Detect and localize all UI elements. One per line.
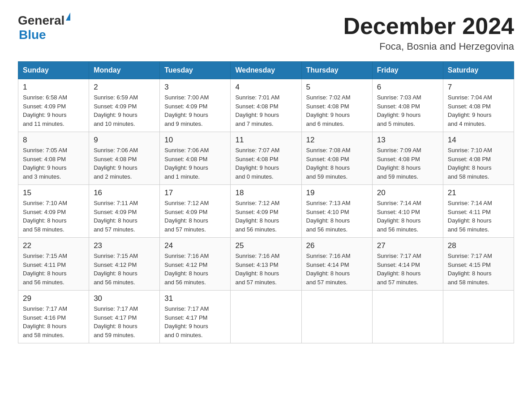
calendar-cell: 30 Sunrise: 7:17 AM Sunset: 4:17 PM Dayl… (89, 291, 160, 343)
calendar-cell: 21 Sunrise: 7:14 AM Sunset: 4:11 PM Dayl… (443, 185, 514, 238)
calendar-week-row: 29 Sunrise: 7:17 AM Sunset: 4:16 PM Dayl… (18, 291, 514, 343)
day-number: 20 (377, 188, 438, 197)
day-info: Sunrise: 7:15 AM Sunset: 4:12 PM Dayligh… (94, 252, 155, 287)
day-number: 16 (94, 188, 155, 197)
day-info: Sunrise: 7:01 AM Sunset: 4:08 PM Dayligh… (235, 93, 296, 128)
day-info: Sunrise: 7:07 AM Sunset: 4:08 PM Dayligh… (235, 146, 296, 181)
calendar-cell: 19 Sunrise: 7:13 AM Sunset: 4:10 PM Dayl… (301, 185, 372, 238)
day-number: 31 (164, 294, 226, 303)
day-info: Sunrise: 6:59 AM Sunset: 4:09 PM Dayligh… (94, 93, 155, 128)
calendar-cell (231, 291, 301, 343)
day-number: 6 (377, 83, 438, 92)
day-info: Sunrise: 7:17 AM Sunset: 4:17 PM Dayligh… (164, 304, 226, 339)
calendar-cell: 20 Sunrise: 7:14 AM Sunset: 4:10 PM Dayl… (372, 185, 443, 238)
calendar-table: SundayMondayTuesdayWednesdayThursdayFrid… (18, 61, 514, 343)
day-number: 24 (164, 241, 226, 250)
day-info: Sunrise: 7:02 AM Sunset: 4:08 PM Dayligh… (306, 93, 368, 128)
day-number: 7 (448, 83, 509, 92)
calendar-cell: 22 Sunrise: 7:15 AM Sunset: 4:11 PM Dayl… (18, 238, 89, 291)
calendar-cell: 24 Sunrise: 7:16 AM Sunset: 4:12 PM Dayl… (160, 238, 231, 291)
location-title: Foca, Bosnia and Herzegovina (343, 41, 514, 52)
calendar-cell: 29 Sunrise: 7:17 AM Sunset: 4:16 PM Dayl… (18, 291, 89, 343)
day-info: Sunrise: 7:06 AM Sunset: 4:08 PM Dayligh… (164, 146, 226, 181)
day-number: 3 (164, 83, 226, 92)
calendar-cell: 2 Sunrise: 6:59 AM Sunset: 4:09 PM Dayli… (89, 79, 160, 132)
day-number: 12 (306, 136, 368, 145)
day-info: Sunrise: 7:06 AM Sunset: 4:08 PM Dayligh… (94, 146, 155, 181)
day-info: Sunrise: 6:58 AM Sunset: 4:09 PM Dayligh… (23, 93, 84, 128)
logo-general-text: General (18, 13, 64, 28)
calendar-cell: 1 Sunrise: 6:58 AM Sunset: 4:09 PM Dayli… (18, 79, 89, 132)
calendar-cell (372, 291, 443, 343)
calendar-cell: 11 Sunrise: 7:07 AM Sunset: 4:08 PM Dayl… (231, 132, 301, 185)
day-info: Sunrise: 7:16 AM Sunset: 4:12 PM Dayligh… (164, 252, 226, 287)
weekday-header-sunday: Sunday (18, 62, 89, 79)
day-number: 18 (235, 188, 296, 197)
calendar-cell: 23 Sunrise: 7:15 AM Sunset: 4:12 PM Dayl… (89, 238, 160, 291)
day-number: 22 (23, 241, 84, 250)
calendar-week-row: 1 Sunrise: 6:58 AM Sunset: 4:09 PM Dayli… (18, 79, 514, 132)
day-info: Sunrise: 7:11 AM Sunset: 4:09 PM Dayligh… (94, 199, 155, 234)
logo-blue-text: Blue (19, 28, 70, 42)
day-number: 19 (306, 188, 368, 197)
day-number: 21 (448, 188, 509, 197)
day-info: Sunrise: 7:10 AM Sunset: 4:08 PM Dayligh… (448, 146, 509, 181)
day-number: 27 (377, 241, 438, 250)
day-number: 15 (23, 188, 84, 197)
day-info: Sunrise: 7:04 AM Sunset: 4:08 PM Dayligh… (448, 93, 509, 128)
day-info: Sunrise: 7:15 AM Sunset: 4:11 PM Dayligh… (23, 252, 84, 287)
day-number: 5 (306, 83, 368, 92)
day-info: Sunrise: 7:17 AM Sunset: 4:16 PM Dayligh… (23, 304, 84, 339)
logo-triangle-icon (66, 13, 70, 21)
calendar-week-row: 22 Sunrise: 7:15 AM Sunset: 4:11 PM Dayl… (18, 238, 514, 291)
calendar-cell: 9 Sunrise: 7:06 AM Sunset: 4:08 PM Dayli… (89, 132, 160, 185)
calendar-cell: 3 Sunrise: 7:00 AM Sunset: 4:09 PM Dayli… (160, 79, 231, 132)
calendar-cell: 28 Sunrise: 7:17 AM Sunset: 4:15 PM Dayl… (443, 238, 514, 291)
day-info: Sunrise: 7:10 AM Sunset: 4:09 PM Dayligh… (23, 199, 84, 234)
day-number: 1 (23, 83, 84, 92)
day-number: 26 (306, 241, 368, 250)
day-info: Sunrise: 7:16 AM Sunset: 4:13 PM Dayligh… (235, 252, 296, 287)
day-info: Sunrise: 7:03 AM Sunset: 4:08 PM Dayligh… (377, 93, 438, 128)
calendar-cell (443, 291, 514, 343)
day-number: 14 (448, 136, 509, 145)
calendar-body: 1 Sunrise: 6:58 AM Sunset: 4:09 PM Dayli… (18, 79, 514, 343)
day-number: 25 (235, 241, 296, 250)
day-number: 2 (94, 83, 155, 92)
weekday-header-row: SundayMondayTuesdayWednesdayThursdayFrid… (18, 62, 514, 79)
day-info: Sunrise: 7:13 AM Sunset: 4:10 PM Dayligh… (306, 199, 368, 234)
day-info: Sunrise: 7:16 AM Sunset: 4:14 PM Dayligh… (306, 252, 368, 287)
calendar-cell (301, 291, 372, 343)
day-number: 28 (448, 241, 509, 250)
calendar-cell: 31 Sunrise: 7:17 AM Sunset: 4:17 PM Dayl… (160, 291, 231, 343)
day-number: 23 (94, 241, 155, 250)
day-info: Sunrise: 7:14 AM Sunset: 4:10 PM Dayligh… (377, 199, 438, 234)
day-number: 10 (164, 136, 226, 145)
day-info: Sunrise: 7:05 AM Sunset: 4:08 PM Dayligh… (23, 146, 84, 181)
calendar-cell: 14 Sunrise: 7:10 AM Sunset: 4:08 PM Dayl… (443, 132, 514, 185)
day-info: Sunrise: 7:00 AM Sunset: 4:09 PM Dayligh… (164, 93, 226, 128)
calendar-cell: 6 Sunrise: 7:03 AM Sunset: 4:08 PM Dayli… (372, 79, 443, 132)
calendar-cell: 15 Sunrise: 7:10 AM Sunset: 4:09 PM Dayl… (18, 185, 89, 238)
month-title: December 2024 (343, 13, 514, 39)
day-number: 13 (377, 136, 438, 145)
calendar-cell: 27 Sunrise: 7:17 AM Sunset: 4:14 PM Dayl… (372, 238, 443, 291)
calendar-cell: 16 Sunrise: 7:11 AM Sunset: 4:09 PM Dayl… (89, 185, 160, 238)
calendar-cell: 4 Sunrise: 7:01 AM Sunset: 4:08 PM Dayli… (231, 79, 301, 132)
calendar-cell: 8 Sunrise: 7:05 AM Sunset: 4:08 PM Dayli… (18, 132, 89, 185)
day-number: 9 (94, 136, 155, 145)
page-header: General Blue December 2024 Foca, Bosnia … (18, 13, 514, 52)
weekday-header-friday: Friday (372, 62, 443, 79)
calendar-cell: 25 Sunrise: 7:16 AM Sunset: 4:13 PM Dayl… (231, 238, 301, 291)
day-number: 11 (235, 136, 296, 145)
calendar-cell: 5 Sunrise: 7:02 AM Sunset: 4:08 PM Dayli… (301, 79, 372, 132)
day-info: Sunrise: 7:17 AM Sunset: 4:14 PM Dayligh… (377, 252, 438, 287)
day-info: Sunrise: 7:09 AM Sunset: 4:08 PM Dayligh… (377, 146, 438, 181)
title-block: December 2024 Foca, Bosnia and Herzegovi… (343, 13, 514, 52)
calendar-week-row: 15 Sunrise: 7:10 AM Sunset: 4:09 PM Dayl… (18, 185, 514, 238)
day-info: Sunrise: 7:12 AM Sunset: 4:09 PM Dayligh… (235, 199, 296, 234)
day-info: Sunrise: 7:17 AM Sunset: 4:17 PM Dayligh… (94, 304, 155, 339)
day-number: 17 (164, 188, 226, 197)
day-number: 29 (23, 294, 84, 303)
weekday-header-thursday: Thursday (301, 62, 372, 79)
